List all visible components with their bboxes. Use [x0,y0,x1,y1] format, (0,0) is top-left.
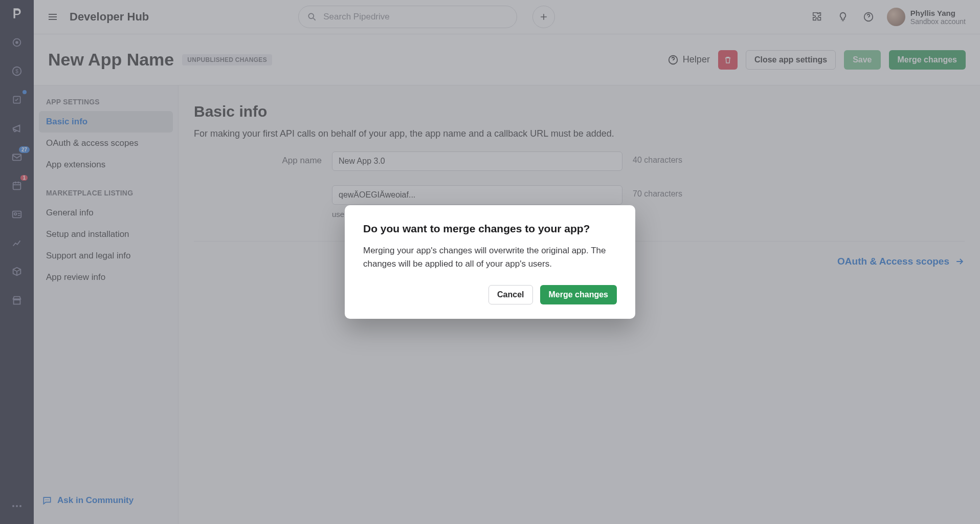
modal-scrim[interactable]: Do you want to merge changes to your app… [0,0,980,524]
modal-title: Do you want to merge changes to your app… [363,223,617,235]
merge-confirm-modal: Do you want to merge changes to your app… [345,205,635,319]
modal-body: Merging your app's changes will overwrit… [363,244,617,271]
modal-merge-button[interactable]: Merge changes [540,285,617,304]
modal-actions: Cancel Merge changes [363,285,617,304]
modal-cancel-button[interactable]: Cancel [488,285,532,304]
